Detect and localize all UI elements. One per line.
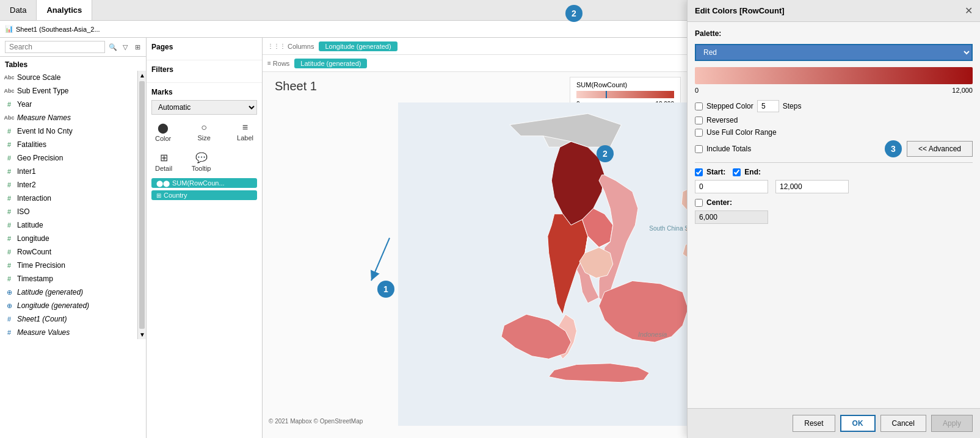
middle-panel: Pages Filters Marks Automatic ⬤ Color ○ [147, 38, 263, 438]
start-label: Start: [706, 168, 725, 176]
list-item[interactable]: # Year [0, 98, 137, 111]
edit-colors-dialog: 2 Edit Colors [RowCount] ✕ Palette: Red [687, 38, 980, 438]
list-item[interactable]: # Sheet1 (Count) [0, 312, 137, 326]
list-item[interactable]: # Time Precision [0, 259, 137, 272]
rows-pill[interactable]: Latitude (generated) [294, 59, 367, 68]
advanced-button[interactable]: << Advanced [907, 141, 973, 157]
annotation-1: 1 [377, 281, 394, 298]
center-checkbox[interactable] [695, 199, 703, 207]
left-panel: 🔍 ▽ ⊞ ▾ Tables Abc Source Scale [0, 38, 147, 438]
label-icon: ≡ [242, 122, 248, 133]
scroll-down-btn[interactable]: ▼ [138, 330, 146, 339]
center-value-input[interactable] [695, 210, 768, 224]
list-item[interactable]: # RowCount [0, 245, 137, 259]
include-totals-label: Include Totals [706, 145, 751, 153]
svg-line-1 [371, 238, 390, 281]
reversed-row: Reversed [695, 116, 973, 124]
section-divider [695, 162, 973, 163]
list-item[interactable]: # Event Id No Cnty [0, 124, 137, 138]
filters-title: Filters [151, 65, 257, 74]
detail-icon: ⊞ [160, 152, 168, 163]
list-item[interactable]: # Geo Precision [0, 151, 137, 165]
list-item[interactable]: # Inter1 [0, 165, 137, 178]
tooltip-mark-btn[interactable]: 💬 Tooltip [188, 149, 215, 174]
size-icon: ○ [201, 122, 207, 133]
datasource-label: Sheet1 (Southeast-Asia_2... [16, 26, 100, 33]
list-item[interactable]: # Inter2 [0, 178, 137, 192]
list-item[interactable]: ⊕ Latitude (generated) [0, 285, 137, 299]
type-icon-hash: # [5, 154, 13, 162]
list-item[interactable]: Abc Source Scale [0, 71, 137, 84]
start-end-inputs-row [695, 180, 973, 193]
cancel-button[interactable]: Cancel [880, 415, 926, 432]
end-value-input[interactable] [775, 180, 849, 193]
type-icon-hash: # [5, 221, 13, 229]
include-totals-advanced-row: Include Totals 3 << Advanced [695, 140, 973, 157]
list-item[interactable]: ⊕ Longitude (generated) [0, 299, 137, 312]
tables-section: Tables Abc Source Scale Abc Sub Event Ty… [0, 57, 146, 438]
gradient-range: 0 12,000 [695, 87, 973, 94]
list-item[interactable]: # Timestamp [0, 272, 137, 285]
map-credit: © 2021 Mapbox © OpenStreetMap [269, 418, 363, 425]
apply-button[interactable]: Apply [931, 415, 973, 432]
label-mark-btn[interactable]: ≡ Label [233, 120, 257, 145]
table-items-list: Abc Source Scale Abc Sub Event Type # Ye… [0, 71, 137, 339]
list-item[interactable]: Abc Sub Event Type [0, 84, 137, 98]
palette-select[interactable]: Red [695, 44, 973, 61]
center-label: Center: [706, 198, 732, 207]
filter-icon[interactable]: ▽ [120, 41, 131, 52]
detail-mark-btn[interactable]: ⊞ Detail [151, 149, 176, 174]
include-totals-checkbox[interactable] [695, 145, 703, 153]
type-icon-hash: # [5, 140, 13, 149]
country-pill[interactable]: ⊞ Country [151, 190, 257, 200]
end-checkbox[interactable] [733, 168, 741, 176]
marks-section: Marks Automatic ⬤ Color ○ Size ≡ Lab [147, 83, 262, 205]
reset-button[interactable]: Reset [793, 415, 835, 432]
palette-dropdown-container: Red [695, 44, 973, 61]
start-checkbox[interactable] [695, 168, 703, 176]
ok-button[interactable]: OK [840, 415, 876, 432]
type-icon-hash: # [5, 234, 13, 243]
list-item[interactable]: # Measure Values [0, 326, 137, 339]
dialog-body: Palette: Red 0 12,000 Stepped [688, 38, 980, 408]
search-icon[interactable]: 🔍 [107, 41, 118, 52]
color-icon: ⬤ [158, 122, 169, 134]
view-icon[interactable]: ⊞ [132, 41, 143, 52]
type-icon-hash: # [5, 167, 13, 176]
color-mark-btn[interactable]: ⬤ Color [151, 120, 175, 145]
end-group: End: [733, 168, 761, 176]
annotation-2: 2 [597, 145, 614, 162]
tooltip-icon: 💬 [195, 152, 208, 163]
full-color-range-checkbox[interactable] [695, 129, 703, 137]
steps-input[interactable] [757, 100, 779, 112]
rowcount-pill[interactable]: ⬤⬤ SUM(RowCoun... [151, 178, 257, 188]
annotation-3: 3 [885, 140, 902, 157]
list-item[interactable]: Abc Measure Names [0, 111, 137, 124]
steps-label: Steps [783, 102, 802, 110]
scrollbar[interactable]: ▲ ▼ [137, 71, 146, 339]
start-value-input[interactable] [695, 180, 768, 193]
columns-pill[interactable]: Longitude (generated) [319, 41, 397, 51]
marks-title: Marks [151, 88, 257, 96]
type-icon-hash: # [5, 207, 13, 216]
list-item[interactable]: # ISO [0, 205, 137, 218]
legend-title: SUM(RowCount) [576, 81, 674, 88]
type-icon-hash: # [5, 261, 13, 270]
list-item[interactable]: # Longitude [0, 232, 137, 245]
sheet-title: Sheet 1 [275, 79, 317, 93]
scroll-up-btn[interactable]: ▲ [138, 71, 146, 80]
type-icon-hash-blue: # [5, 315, 13, 323]
list-item[interactable]: # Latitude [0, 218, 137, 232]
size-mark-btn[interactable]: ○ Size [194, 120, 214, 145]
tab-analytics[interactable]: Analytics [37, 0, 92, 20]
type-icon-hash-blue: # [5, 328, 13, 337]
marks-type-dropdown[interactable]: Automatic [151, 100, 257, 115]
rows-label: ≡ Rows [267, 60, 289, 67]
stepped-color-checkbox[interactable] [695, 102, 703, 110]
reversed-checkbox[interactable] [695, 117, 703, 124]
stepped-color-label: Stepped Color [706, 102, 753, 110]
search-input[interactable] [5, 41, 105, 53]
list-item[interactable]: # Fatalities [0, 138, 137, 151]
tab-data[interactable]: Data [0, 0, 37, 20]
list-item[interactable]: # Interaction [0, 192, 137, 205]
